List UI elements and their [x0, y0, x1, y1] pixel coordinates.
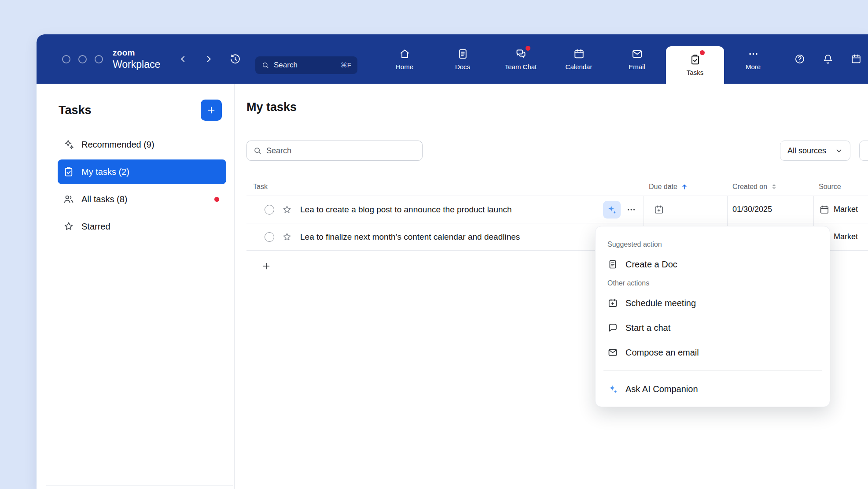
header-source: Source [813, 183, 868, 191]
sidebar-bottom-divider [46, 485, 233, 485]
sort-both-icon [770, 183, 778, 190]
window-control-close[interactable] [62, 55, 70, 63]
app-window: zoom Workplace Search ⌘F Home Docs [37, 34, 868, 489]
add-task-button[interactable] [201, 100, 222, 121]
menu-item-ask-ai-companion[interactable]: Ask AI Companion [596, 377, 830, 401]
menu-item-start-chat[interactable]: Start a chat [596, 315, 830, 340]
back-button[interactable] [178, 54, 188, 64]
menu-item-create-doc[interactable]: Create a Doc [596, 252, 830, 277]
star-toggle-icon[interactable] [282, 204, 292, 215]
sources-filter-dropdown[interactable]: All sources [780, 141, 850, 161]
sidebar-item-my-tasks[interactable]: My tasks (2) [58, 159, 226, 184]
sidebar-item-all-tasks[interactable]: All tasks (8) [58, 187, 226, 211]
nav-label: More [746, 63, 761, 70]
menu-item-schedule-meeting[interactable]: Schedule meeting [596, 291, 830, 315]
task-complete-checkbox[interactable] [265, 205, 274, 215]
tasks-badge [700, 50, 705, 55]
add-due-date-icon[interactable] [654, 204, 664, 215]
zoom-workplace-logo: zoom Workplace [113, 48, 160, 70]
people-icon [63, 193, 74, 205]
docs-icon [457, 48, 469, 60]
calendar-icon [573, 48, 585, 60]
history-navigation [178, 34, 241, 84]
task-created-date: 01/30/2025 [727, 196, 813, 223]
task-title: Lea to create a blog post to announce th… [300, 205, 512, 215]
nav-item-more[interactable]: More [724, 34, 782, 84]
source-calendar-icon [819, 204, 830, 215]
sidebar-list: Recommended (9) My tasks (2) All tasks (… [58, 132, 226, 239]
task-source-label: Market [834, 232, 858, 241]
task-source: Market [813, 196, 868, 223]
star-icon [63, 221, 74, 232]
row-more-actions-button[interactable] [626, 204, 636, 215]
menu-item-label: Start a chat [625, 323, 670, 333]
page-title: My tasks [246, 100, 868, 114]
notifications-bell-icon[interactable] [822, 53, 834, 65]
all-tasks-badge [214, 197, 219, 202]
nav-item-docs[interactable]: Docs [434, 34, 492, 84]
sidebar-item-label: My tasks (2) [81, 167, 129, 177]
logo-workplace-text: Workplace [113, 59, 160, 70]
nav-item-calendar[interactable]: Calendar [550, 34, 608, 84]
primary-nav: Home Docs Team Chat Calendar Email [375, 34, 782, 84]
ai-sparkle-icon [607, 384, 618, 394]
nav-item-tasks[interactable]: Tasks [666, 46, 724, 84]
task-source-label: Market [834, 205, 858, 214]
menu-item-label: Compose an email [625, 348, 699, 358]
nav-item-team-chat[interactable]: Team Chat [492, 34, 550, 84]
sidebar-title: Tasks [59, 104, 92, 117]
sort-ascending-icon [680, 183, 688, 191]
header-task: Task [246, 183, 644, 191]
logo-zoom-text: zoom [113, 48, 160, 57]
ai-companion-button[interactable] [603, 201, 621, 219]
more-icon [747, 48, 759, 60]
doc-icon [607, 259, 618, 270]
email-icon [631, 48, 643, 60]
task-search[interactable] [246, 141, 423, 161]
sources-filter-label: All sources [787, 146, 826, 156]
menu-section-heading: Suggested action [596, 241, 830, 248]
calendar-plus-icon [607, 298, 618, 308]
topbar-actions [794, 34, 862, 84]
nav-label: Docs [455, 63, 470, 70]
window-controls [62, 34, 103, 84]
chat-bubble-icon [607, 322, 618, 333]
clipboard-check-icon [63, 166, 74, 178]
nav-label: Calendar [566, 63, 592, 70]
forward-button[interactable] [204, 54, 213, 64]
sparkle-icon [63, 139, 74, 150]
star-toggle-icon[interactable] [282, 232, 292, 242]
clipped-toolbar-button[interactable] [859, 141, 868, 161]
sidebar: Tasks Recommended (9) My tasks (2) All t… [37, 84, 235, 489]
sidebar-item-label: All tasks (8) [81, 194, 127, 204]
sidebar-item-recommended[interactable]: Recommended (9) [58, 132, 226, 157]
task-search-input[interactable] [266, 146, 416, 156]
envelope-icon [607, 347, 618, 358]
team-chat-icon [515, 48, 527, 60]
history-icon[interactable] [229, 53, 241, 65]
header-due-label: Due date [649, 183, 677, 191]
sidebar-item-label: Starred [81, 222, 110, 232]
ai-sparkle-icon [607, 204, 617, 215]
schedule-calendar-icon[interactable] [850, 53, 862, 65]
nav-item-home[interactable]: Home [375, 34, 434, 84]
ellipsis-icon [626, 204, 636, 215]
task-complete-checkbox[interactable] [265, 232, 274, 242]
header-created-on[interactable]: Created on [727, 183, 813, 191]
global-search[interactable]: Search ⌘F [255, 56, 357, 74]
plus-icon [261, 261, 271, 271]
sidebar-item-label: Recommended (9) [81, 140, 154, 150]
window-control-minimize[interactable] [78, 55, 87, 63]
help-icon[interactable] [794, 53, 805, 65]
table-header-row: Task Due date Created on Source [246, 178, 868, 196]
task-row[interactable]: Lea to create a blog post to announce th… [246, 196, 868, 223]
header-created-label: Created on [732, 183, 767, 191]
sidebar-item-starred[interactable]: Starred [58, 214, 226, 239]
window-control-maximize[interactable] [95, 55, 103, 63]
suggested-actions-menu: Suggested action Create a Doc Other acti… [595, 226, 830, 407]
nav-label: Email [629, 63, 645, 70]
header-due-date[interactable]: Due date [644, 183, 727, 191]
tasks-icon [689, 54, 701, 66]
menu-item-compose-email[interactable]: Compose an email [596, 340, 830, 365]
nav-item-email[interactable]: Email [608, 34, 666, 84]
